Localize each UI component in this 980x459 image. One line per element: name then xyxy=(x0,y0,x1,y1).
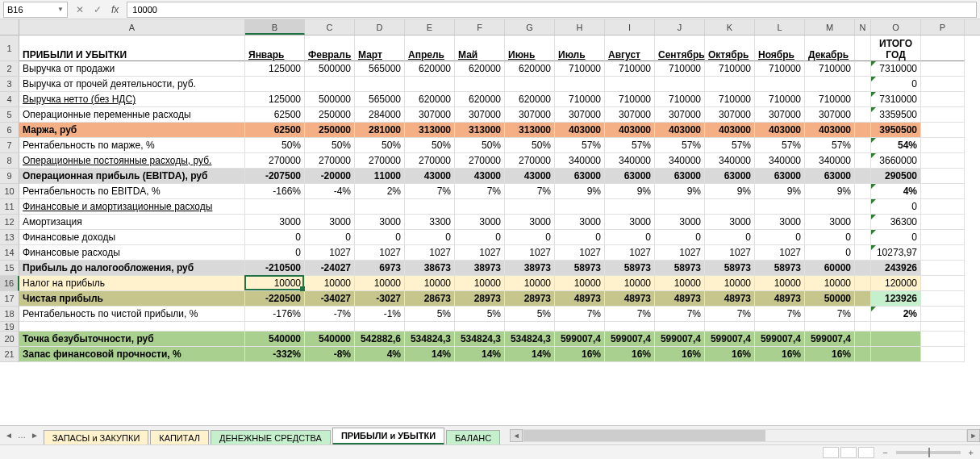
cell-B8[interactable]: 270000 xyxy=(245,153,305,169)
cell-B12[interactable]: 3000 xyxy=(245,215,305,230)
cell-I11[interactable] xyxy=(605,199,655,215)
cell-F4[interactable]: 620000 xyxy=(455,92,505,107)
cell-G8[interactable]: 270000 xyxy=(505,153,555,169)
cell-D5[interactable]: 284000 xyxy=(355,107,405,123)
cell-N21[interactable] xyxy=(855,347,871,362)
cell-M17[interactable]: 50000 xyxy=(805,291,855,307)
total-10[interactable]: 4% xyxy=(871,184,921,199)
cell-K5[interactable]: 307000 xyxy=(705,107,755,123)
column-header-F[interactable]: F xyxy=(455,19,505,35)
cell-B2[interactable]: 125000 xyxy=(245,61,305,77)
cell-F3[interactable] xyxy=(455,77,505,92)
chevron-down-icon[interactable]: ▼ xyxy=(57,6,64,13)
cell-N2[interactable] xyxy=(855,61,871,77)
row-header-21[interactable]: 21 xyxy=(0,347,19,362)
cell-L7[interactable]: 57% xyxy=(755,138,805,153)
row-header-5[interactable]: 5 xyxy=(0,107,19,123)
cell-M11[interactable] xyxy=(805,199,855,215)
cell-K9[interactable]: 63000 xyxy=(705,169,755,184)
cell-D9[interactable]: 11000 xyxy=(355,169,405,184)
total-7[interactable]: 54% xyxy=(871,138,921,153)
cell-K19[interactable] xyxy=(705,322,755,332)
cell-H10[interactable]: 9% xyxy=(555,184,605,199)
cell-B17[interactable]: -220500 xyxy=(245,291,305,307)
cell-C2[interactable]: 500000 xyxy=(305,61,355,77)
cell-I7[interactable]: 57% xyxy=(605,138,655,153)
cell-M5[interactable]: 307000 xyxy=(805,107,855,123)
cell-F19[interactable] xyxy=(455,322,505,332)
row-header-6[interactable]: 6 xyxy=(0,123,19,138)
cell-G16[interactable]: 10000 xyxy=(505,276,555,291)
name-box[interactable]: B16 ▼ xyxy=(3,2,68,18)
column-header-J[interactable]: J xyxy=(655,19,705,35)
cell-H21[interactable]: 16% xyxy=(555,347,605,362)
month-header-L[interactable]: Ноябрь xyxy=(755,35,805,61)
month-header-B[interactable]: Январь xyxy=(245,35,305,61)
cell-K3[interactable] xyxy=(705,77,755,92)
cell-J16[interactable]: 10000 xyxy=(655,276,705,291)
cell-M18[interactable]: 7% xyxy=(805,307,855,322)
select-all-corner[interactable] xyxy=(0,19,19,35)
cell-L17[interactable]: 48973 xyxy=(755,291,805,307)
row-label-21[interactable]: Запас финансовой прочности, % xyxy=(19,347,245,362)
cell-H5[interactable]: 307000 xyxy=(555,107,605,123)
cell-N12[interactable] xyxy=(855,215,871,230)
month-header-F[interactable]: Май xyxy=(455,35,505,61)
total-9[interactable]: 290500 xyxy=(871,169,921,184)
cell-L8[interactable]: 340000 xyxy=(755,153,805,169)
cell-D18[interactable]: -1% xyxy=(355,307,405,322)
cell-F10[interactable]: 7% xyxy=(455,184,505,199)
cell-J11[interactable] xyxy=(655,199,705,215)
cell-C10[interactable]: -4% xyxy=(305,184,355,199)
cell-H17[interactable]: 48973 xyxy=(555,291,605,307)
row-header-9[interactable]: 9 xyxy=(0,169,19,184)
cell-G15[interactable]: 38973 xyxy=(505,261,555,276)
cell-N16[interactable] xyxy=(855,276,871,291)
cell-P1[interactable] xyxy=(921,35,965,61)
row-header-3[interactable]: 3 xyxy=(0,77,19,92)
scroll-thumb[interactable] xyxy=(523,430,765,441)
cell-B20[interactable]: 540000 xyxy=(245,332,305,347)
row-label-7[interactable]: Рентабельность по марже, % xyxy=(19,138,245,153)
cell-J5[interactable]: 307000 xyxy=(655,107,705,123)
cell-E15[interactable]: 38673 xyxy=(405,261,455,276)
cell-G19[interactable] xyxy=(505,322,555,332)
cell-B4[interactable]: 125000 xyxy=(245,92,305,107)
tab-nav-buttons[interactable]: ◄ … ► xyxy=(0,431,44,440)
cell-E11[interactable] xyxy=(405,199,455,215)
row-header-14[interactable]: 14 xyxy=(0,245,19,261)
cell-P17[interactable] xyxy=(921,291,965,307)
cell-M15[interactable]: 60000 xyxy=(805,261,855,276)
cell-J14[interactable]: 1027 xyxy=(655,245,705,261)
total-21[interactable] xyxy=(871,347,921,362)
confirm-icon[interactable]: ✓ xyxy=(94,4,102,15)
cell-C21[interactable]: -8% xyxy=(305,347,355,362)
cell-B9[interactable]: -207500 xyxy=(245,169,305,184)
cell-F8[interactable]: 270000 xyxy=(455,153,505,169)
month-header-D[interactable]: Март xyxy=(355,35,405,61)
cell-N7[interactable] xyxy=(855,138,871,153)
cell-I9[interactable]: 63000 xyxy=(605,169,655,184)
cell-J6[interactable]: 403000 xyxy=(655,123,705,138)
row-label-8[interactable]: Операционные постоянные расходы, руб. xyxy=(19,153,245,169)
cell-H8[interactable]: 340000 xyxy=(555,153,605,169)
total-3[interactable]: 0 xyxy=(871,77,921,92)
row-header-19[interactable]: 19 xyxy=(0,322,19,332)
cell-P11[interactable] xyxy=(921,199,965,215)
cell-C3[interactable] xyxy=(305,77,355,92)
cell-G18[interactable]: 5% xyxy=(505,307,555,322)
sheet-tab[interactable]: ПРИБЫЛИ и УБЫТКИ xyxy=(332,428,444,445)
cell-N9[interactable] xyxy=(855,169,871,184)
row-label-2[interactable]: Выручка от продажи xyxy=(19,61,245,77)
row-label-19[interactable] xyxy=(19,322,245,332)
cell-K6[interactable]: 403000 xyxy=(705,123,755,138)
cell-P6[interactable] xyxy=(921,123,965,138)
cell-E9[interactable]: 43000 xyxy=(405,169,455,184)
tab-ellipsis[interactable]: … xyxy=(18,431,26,440)
row-label-14[interactable]: Финансовые расходы xyxy=(19,245,245,261)
cell-L3[interactable] xyxy=(755,77,805,92)
cell-H14[interactable]: 1027 xyxy=(555,245,605,261)
cell-L15[interactable]: 58973 xyxy=(755,261,805,276)
cell-G12[interactable]: 3000 xyxy=(505,215,555,230)
cell-P13[interactable] xyxy=(921,230,965,245)
